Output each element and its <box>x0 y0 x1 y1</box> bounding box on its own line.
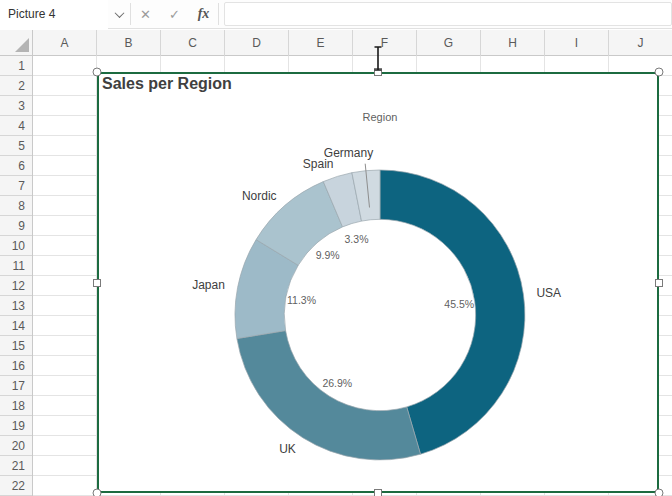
name-box-dropdown-button[interactable] <box>108 0 130 29</box>
select-all-button[interactable] <box>0 30 33 56</box>
column-header-F[interactable]: F <box>353 30 417 56</box>
formula-bar: Picture 4 ✕ ✓ fx <box>0 0 672 29</box>
percent-label-spain: 3.3% <box>345 233 369 245</box>
column-headers: ABCDEFGHIJ <box>33 30 672 56</box>
selection-handle-bottom-left[interactable] <box>93 489 102 496</box>
divider <box>218 3 219 25</box>
insert-function-button[interactable]: fx <box>189 0 218 29</box>
column-header-H[interactable]: H <box>481 30 545 56</box>
donut-chart: Region45.5%USA26.9%UK11.3%Japan9.9%Nordi… <box>99 74 657 491</box>
selection-handle-middle-left[interactable] <box>93 279 101 287</box>
row-header-17[interactable]: 17 <box>0 376 32 396</box>
row-header-11[interactable]: 11 <box>0 256 32 276</box>
enter-button[interactable]: ✓ <box>160 0 189 29</box>
row-header-5[interactable]: 5 <box>0 136 32 156</box>
column-header-B[interactable]: B <box>97 30 161 56</box>
category-label-germany: Germany <box>324 146 373 160</box>
percent-label-uk: 26.9% <box>322 377 352 389</box>
cancel-button[interactable]: ✕ <box>131 0 160 29</box>
row-header-9[interactable]: 9 <box>0 216 32 236</box>
row-header-16[interactable]: 16 <box>0 356 32 376</box>
category-label-uk: UK <box>279 442 296 456</box>
category-label-nordic: Nordic <box>242 189 277 203</box>
row-header-19[interactable]: 19 <box>0 416 32 436</box>
column-header-D[interactable]: D <box>225 30 289 56</box>
row-header-7[interactable]: 7 <box>0 176 32 196</box>
column-header-E[interactable]: E <box>289 30 353 56</box>
percent-label-nordic: 9.9% <box>316 249 340 261</box>
ibeam-cursor <box>371 45 385 76</box>
excel-window: Picture 4 ✕ ✓ fx ABCDEFGHIJ 123456789101… <box>0 0 672 496</box>
category-label-japan: Japan <box>192 278 225 292</box>
row-header-1[interactable]: 1 <box>0 56 32 76</box>
row-header-15[interactable]: 15 <box>0 336 32 356</box>
percent-label-japan: 11.3% <box>287 294 316 306</box>
selection-handle-bottom-middle[interactable] <box>374 489 382 496</box>
row-header-4[interactable]: 4 <box>0 116 32 136</box>
row-header-21[interactable]: 21 <box>0 456 32 476</box>
donut-slice-uk <box>237 331 421 460</box>
row-header-8[interactable]: 8 <box>0 196 32 216</box>
name-box[interactable]: Picture 4 <box>0 0 108 29</box>
selection-handle-bottom-right[interactable] <box>655 489 664 496</box>
select-all-triangle-icon <box>15 38 29 52</box>
column-header-C[interactable]: C <box>161 30 225 56</box>
category-label-usa: USA <box>536 286 561 300</box>
row-header-2[interactable]: 2 <box>0 76 32 96</box>
column-header-I[interactable]: I <box>545 30 609 56</box>
chart-dimension-title: Region <box>363 111 398 123</box>
row-header-13[interactable]: 13 <box>0 296 32 316</box>
row-header-3[interactable]: 3 <box>0 96 32 116</box>
selected-picture-chart[interactable]: Sales per Region Region45.5%USA26.9%UK11… <box>97 72 659 493</box>
selection-handle-top-right[interactable] <box>655 68 664 77</box>
row-header-20[interactable]: 20 <box>0 436 32 456</box>
row-headers: 12345678910111213141516171819202122 <box>0 56 33 496</box>
row-header-18[interactable]: 18 <box>0 396 32 416</box>
row-header-22[interactable]: 22 <box>0 476 32 496</box>
selection-handle-middle-right[interactable] <box>655 279 663 287</box>
column-header-J[interactable]: J <box>609 30 672 56</box>
row-header-14[interactable]: 14 <box>0 316 32 336</box>
formula-input[interactable] <box>224 2 672 26</box>
selection-handle-top-left[interactable] <box>93 68 102 77</box>
column-header-A[interactable]: A <box>33 30 97 56</box>
row-header-6[interactable]: 6 <box>0 156 32 176</box>
percent-label-usa: 45.5% <box>444 298 474 310</box>
chevron-down-icon <box>114 8 124 18</box>
column-header-G[interactable]: G <box>417 30 481 56</box>
row-header-12[interactable]: 12 <box>0 276 32 296</box>
row-header-10[interactable]: 10 <box>0 236 32 256</box>
